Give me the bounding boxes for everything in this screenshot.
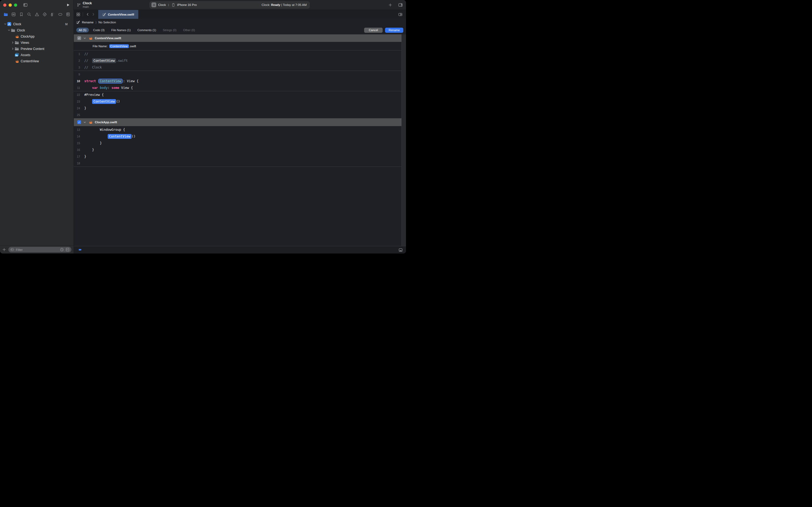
code-text: // Clock bbox=[84, 65, 102, 69]
branch-name: main bbox=[83, 5, 92, 8]
tree-item-assets[interactable]: Assets bbox=[0, 52, 73, 58]
scope-pill-code[interactable]: Code (3) bbox=[91, 27, 107, 33]
add-file-icon[interactable] bbox=[2, 247, 6, 251]
code-text: } bbox=[84, 155, 86, 158]
code-line-1: 1// bbox=[74, 51, 401, 57]
navigator-tab-reports[interactable] bbox=[65, 11, 71, 18]
rename-token-filename[interactable]: ContentView bbox=[109, 44, 129, 48]
file-include-checkbox[interactable]: ✓ bbox=[77, 120, 81, 124]
navigator-tab-bookmarks[interactable] bbox=[18, 11, 24, 18]
run-button[interactable] bbox=[66, 3, 70, 7]
disclosure-down-icon[interactable] bbox=[3, 22, 7, 25]
disclosure-down-icon[interactable] bbox=[7, 29, 11, 32]
titlebar-toolbar: Clock main Clock ⟩ iPhone 16 Pro Clock: … bbox=[73, 0, 406, 10]
filter-icon[interactable] bbox=[10, 247, 14, 251]
scope-pill-other[interactable]: Other (0) bbox=[181, 27, 197, 33]
code-text: some bbox=[111, 86, 119, 90]
line-number: 2 bbox=[74, 59, 80, 62]
code-line-22: 22#Preview { bbox=[74, 91, 401, 98]
code-line-16: 16 } bbox=[74, 146, 401, 153]
project-title-block[interactable]: Clock main bbox=[83, 1, 92, 8]
code-text: .swift bbox=[116, 59, 127, 63]
navigator-tab-source-control[interactable] bbox=[10, 11, 17, 18]
navigator-tab-find[interactable] bbox=[26, 11, 32, 18]
cancel-button[interactable]: Cancel bbox=[364, 27, 383, 33]
code-text: // bbox=[84, 52, 88, 56]
scope-pill-file[interactable]: File Names (1) bbox=[109, 27, 133, 33]
tree-item-contentview[interactable]: ContentView bbox=[0, 58, 73, 64]
add-editor-icon[interactable] bbox=[398, 12, 406, 17]
navigator-tab-issues[interactable] bbox=[34, 11, 40, 18]
tree-item-label: Clock bbox=[13, 22, 21, 26]
filter-placeholder: Filter bbox=[16, 248, 58, 251]
navigator-tab-strip bbox=[0, 10, 73, 19]
close-button[interactable] bbox=[3, 3, 6, 7]
navigator-filter-field[interactable]: Filter bbox=[8, 247, 71, 252]
scheme-name[interactable]: Clock bbox=[158, 3, 166, 6]
rename-mode-icon bbox=[102, 13, 106, 16]
rename-token[interactable]: ContentView bbox=[92, 99, 116, 104]
file-include-checkbox[interactable]: ✓ bbox=[77, 36, 81, 40]
tab-contentview-swift[interactable]: ContentView.swift bbox=[98, 10, 138, 19]
activity-status: Clock: Ready | Today at 7:05 AM bbox=[262, 3, 307, 6]
rename-file-sections: ✓ContentView.swiftFile Name:ContentView.… bbox=[74, 35, 401, 246]
disclosure-down-icon[interactable] bbox=[83, 37, 86, 40]
line-number: 1 bbox=[74, 52, 80, 56]
rename-icon bbox=[76, 20, 80, 24]
go-back-icon[interactable] bbox=[85, 13, 91, 16]
navigator-sidebar: ClockMClockClockAppViewsPreview ContentA… bbox=[0, 10, 74, 253]
tree-item-clock[interactable]: ClockM bbox=[0, 21, 73, 27]
project-title: Clock bbox=[83, 1, 92, 5]
tree-item-label: ClockApp bbox=[21, 35, 35, 39]
file-section-header-contentview-swift[interactable]: ✓ContentView.swift bbox=[74, 35, 401, 42]
code-line-10: 10struct ContentView: View { bbox=[74, 77, 401, 84]
line-number: 9 bbox=[74, 73, 80, 76]
line-number: 14 bbox=[74, 135, 80, 138]
toggle-navigator-icon[interactable] bbox=[23, 3, 27, 7]
file-section-header-clockapp-swift[interactable]: ✓ClockApp.swift bbox=[74, 118, 401, 126]
scheme-status-bar: Clock ⟩ iPhone 16 Pro Clock: Ready | Tod… bbox=[150, 1, 309, 9]
breadcrumb-selection: No Selection bbox=[99, 21, 116, 24]
traffic-lights bbox=[3, 3, 17, 7]
scope-pill-comments[interactable]: Comments (1) bbox=[135, 27, 159, 33]
breadcrumb-separator: ⟩ bbox=[95, 21, 97, 24]
navigator-tab-debug[interactable] bbox=[49, 11, 56, 18]
navigator-tab-breakpoints[interactable] bbox=[57, 11, 63, 18]
swift-file-icon bbox=[89, 120, 93, 124]
rename-token[interactable]: ContentView bbox=[92, 58, 116, 63]
tree-item-clock[interactable]: Clock bbox=[0, 27, 73, 33]
code-text: View { bbox=[119, 86, 133, 90]
zoom-button[interactable] bbox=[14, 3, 17, 7]
library-add-icon[interactable] bbox=[388, 3, 392, 7]
xcode-window: Clock main Clock ⟩ iPhone 16 Pro Clock: … bbox=[0, 0, 406, 253]
section-file-name: ClockApp.swift bbox=[95, 121, 117, 124]
minimize-button[interactable] bbox=[9, 3, 12, 7]
related-items-icon[interactable] bbox=[76, 12, 80, 16]
scrollbar-gutter[interactable] bbox=[401, 35, 406, 246]
disclosure-right-icon[interactable] bbox=[11, 47, 14, 50]
tree-item-clockapp[interactable]: ClockApp bbox=[0, 33, 73, 40]
scope-pill-all[interactable]: All (5) bbox=[76, 27, 89, 33]
source-control-filter-icon[interactable] bbox=[65, 247, 69, 251]
breakpoints-toggle-icon[interactable] bbox=[78, 248, 82, 251]
rename-token[interactable]: ContentView bbox=[108, 134, 131, 139]
go-forward-icon[interactable] bbox=[91, 13, 96, 16]
code-text: () bbox=[116, 100, 120, 103]
recent-files-icon[interactable] bbox=[60, 247, 64, 251]
rename-button[interactable]: Rename bbox=[385, 27, 403, 33]
tree-item-views[interactable]: Views bbox=[0, 40, 73, 46]
breadcrumb-tool: Rename bbox=[82, 21, 94, 24]
scope-pill-strings[interactable]: Strings (0) bbox=[160, 27, 179, 33]
navigator-tab-tests[interactable] bbox=[41, 11, 48, 18]
disclosure-down-icon[interactable] bbox=[83, 121, 86, 124]
run-destination[interactable]: iPhone 16 Pro bbox=[177, 3, 197, 6]
hide-debug-area-icon[interactable] bbox=[399, 248, 403, 252]
line-number: 15 bbox=[74, 142, 80, 145]
rename-token[interactable]: ContentView bbox=[98, 79, 123, 83]
disclosure-right-icon[interactable] bbox=[11, 41, 14, 44]
toggle-inspector-icon[interactable] bbox=[398, 3, 403, 7]
navigator-tab-project[interactable] bbox=[2, 11, 9, 18]
code-line-13: 13 WindowGroup { bbox=[74, 126, 401, 133]
titlebar: Clock main Clock ⟩ iPhone 16 Pro Clock: … bbox=[0, 0, 406, 10]
tree-item-preview-content[interactable]: Preview Content bbox=[0, 46, 73, 52]
